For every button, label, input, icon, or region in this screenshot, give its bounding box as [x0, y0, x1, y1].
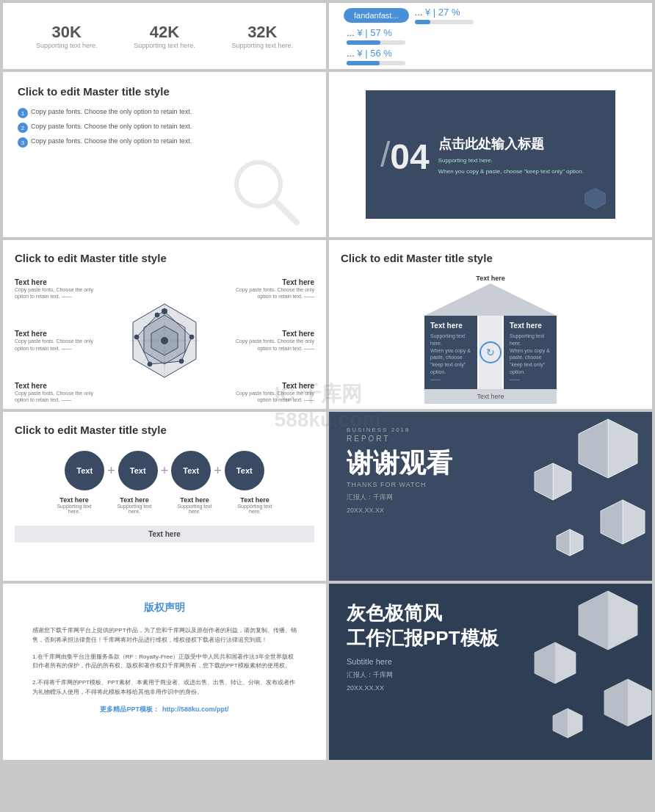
row5-cell1: 版权声明 感谢您下载千库网平台上提供的PPT作品，为了您和千库网以及原创作者的利…	[3, 584, 326, 760]
step-circle-1: Text	[65, 451, 104, 490]
row1-cell1: 30K Supporting text here. 42K Supporting…	[3, 3, 326, 69]
stat-label-2: Supporting text here.	[134, 42, 195, 49]
copyright-p1: 感谢您下载千库网平台上提供的PPT作品，为了您和千库网以及原创作者的利益，请勿复…	[32, 626, 297, 645]
bullet-num-3: 3	[18, 137, 28, 148]
svg-marker-44	[553, 708, 568, 738]
house-box-left-title: Text here	[430, 322, 471, 330]
row4-cell1: Click to edit Master title style Text + …	[3, 412, 326, 581]
percent-item-3: ... ¥ | 56 %	[344, 48, 637, 65]
radar-label-right-2: Text here Copy paste fonts. Choose the o…	[230, 330, 314, 351]
house-box-left-sub: Supporting text here.When you copy & pas…	[430, 333, 471, 383]
house-footer: Text here	[424, 389, 557, 404]
svg-point-20	[161, 337, 168, 344]
svg-point-15	[189, 335, 194, 339]
step-circle-2: Text	[118, 451, 158, 490]
slide04-sub1: Supporting text here.	[438, 157, 584, 164]
radar-label-right-3: Text here Copy paste fonts. Choose the o…	[230, 382, 314, 403]
step-plus-3: +	[214, 463, 222, 479]
svg-point-19	[155, 313, 159, 317]
cover-title: 灰色极简风 工作汇报PPT模板	[347, 601, 634, 651]
cover-date: 20XX.XX.XX	[347, 684, 634, 692]
radar-label-left-1: Text here Copy paste fonts. Choose the o…	[15, 278, 99, 300]
bullet-item-3: 3 Copy paste fonts. Choose the only opti…	[18, 137, 311, 145]
svg-point-14	[162, 308, 167, 314]
stat-num-1: 30K	[36, 23, 98, 42]
step-label-1: Text here Supporting text here.	[54, 496, 94, 514]
cover-sub: Subtitle here	[347, 657, 634, 666]
radar-section: Text here Copy paste fonts. Choose the o…	[15, 275, 314, 407]
slide2-title: Click to edit Master title style	[18, 85, 311, 98]
svg-point-17	[148, 362, 152, 366]
bullet-item-1: 1 Copy paste fonts. Choose the only opti…	[18, 108, 311, 115]
thanks-reporter: 汇报人：千库网	[347, 493, 634, 502]
percent-value-3: ¥ | 56 %	[357, 48, 391, 59]
step-circle-4: Text	[225, 451, 264, 490]
tag-button[interactable]: fandanfast...	[344, 8, 409, 23]
thanks-content: BUSINESS 2018 REPORT 谢谢观看 THANKS FOR WAT…	[347, 427, 634, 514]
stat-label-3: Supporting text here.	[232, 42, 294, 49]
step-4: Text	[225, 451, 264, 490]
stat-num-3: 32K	[232, 23, 294, 42]
percent-value-1: ¥ | 27 %	[425, 7, 460, 18]
house-box-right-sub: Supporting text here.When you copy & pas…	[510, 333, 551, 383]
bullet-item-2: 2 Copy paste fonts. Choose the only opti…	[18, 123, 311, 130]
step-label-2: Text here Supporting text here.	[115, 496, 154, 514]
row4-cell2: BUSINESS 2018 REPORT 谢谢观看 THANKS FOR WAT…	[329, 412, 652, 581]
copyright-title: 版权声明	[144, 601, 185, 615]
thanks-sub: THANKS FOR WATCH	[347, 481, 634, 488]
radar-labels-right: Text here Copy paste fonts. Choose the o…	[230, 278, 314, 403]
slide04-slash: /	[380, 134, 390, 175]
radar-label-right-1: Text here Copy paste fonts. Choose the o…	[230, 278, 314, 300]
house-box-right: Text here Supporting text here.When you …	[504, 316, 557, 389]
house-body: Text here Supporting text here.When you …	[424, 316, 557, 389]
slide3b-title: Click to edit Master title style	[341, 252, 640, 264]
bullet-list: 1 Copy paste fonts. Choose the only opti…	[18, 108, 311, 145]
svg-point-18	[134, 335, 139, 339]
copyright-link-row: 更多精品PPT模板： http://588ku.com/ppt/	[100, 705, 228, 714]
svg-point-16	[179, 359, 184, 363]
row3-cell2: Click to edit Master title style Text he…	[329, 240, 652, 409]
steps-labels: Text here Supporting text here. Text her…	[15, 496, 314, 514]
svg-marker-43	[568, 708, 582, 738]
step-3: Text	[171, 451, 211, 490]
step-1: Text	[65, 451, 104, 490]
radar-label-left-2: Text here Copy paste fonts. Choose the o…	[15, 330, 99, 351]
bottom-bar: Text here	[15, 526, 314, 543]
thanks-report-label: REPORT	[347, 435, 634, 443]
step-label-3: Text here Supporting text here.	[175, 496, 214, 514]
svg-marker-31	[570, 529, 583, 556]
stat-label-1: Supporting text here.	[36, 42, 98, 49]
cover-reporter: 汇报人：千库网	[347, 670, 634, 680]
house-diagram: Text here Text here Supporting text here…	[341, 275, 640, 404]
slide4-title: Click to edit Master title style	[15, 424, 314, 436]
row3-cell1: Click to edit Master title style Text he…	[3, 240, 326, 409]
house-roof-icon	[424, 283, 557, 316]
slide04-title: 点击此处输入标题	[438, 135, 584, 153]
row2-cell1: Click to edit Master title style 1 Copy …	[3, 72, 326, 237]
cover-content: 灰色极简风 工作汇报PPT模板 Subtitle here 汇报人：千库网 20…	[347, 601, 634, 692]
slide04-text: 点击此处输入标题 Supporting text here. When you …	[438, 135, 584, 175]
percent-item-2: ... ¥ | 57 %	[344, 27, 637, 45]
step-plus-2: +	[161, 463, 169, 479]
radar-svg	[120, 297, 209, 385]
stat-item-1: 30K Supporting text here.	[36, 23, 98, 49]
thanks-title: 谢谢观看	[347, 449, 634, 478]
step-circle-3: Text	[171, 451, 211, 490]
thanks-date: 20XX.XX.XX	[347, 507, 634, 514]
svg-line-1	[275, 200, 297, 222]
copyright-link-label: 更多精品PPT模板：	[100, 705, 159, 714]
step-label-4: Text here Supporting text here.	[235, 496, 275, 514]
thanks-business-label: BUSINESS 2018	[347, 427, 634, 433]
stat-item-2: 42K Supporting text here.	[134, 23, 195, 49]
copyright-link[interactable]: http://588ku.com/ppt/	[162, 706, 229, 713]
step-2: Text	[118, 451, 158, 490]
svg-marker-32	[557, 529, 570, 556]
percent-value-2: ¥ | 57 %	[357, 27, 391, 38]
stat-item-3: 32K Supporting text here.	[232, 23, 294, 49]
row1-cell2: fandanfast... ... ¥ | 27 % ... ¥ | 57 % …	[329, 3, 652, 69]
house-arrow: ↻	[479, 316, 502, 389]
radar-labels-left: Text here Copy paste fonts. Choose the o…	[15, 278, 99, 403]
slide3-title: Click to edit Master title style	[15, 252, 314, 264]
arrow-circle-icon: ↻	[480, 341, 502, 363]
row2-cell2: / 04 点击此处输入标题 Supporting text here. When…	[329, 72, 652, 237]
